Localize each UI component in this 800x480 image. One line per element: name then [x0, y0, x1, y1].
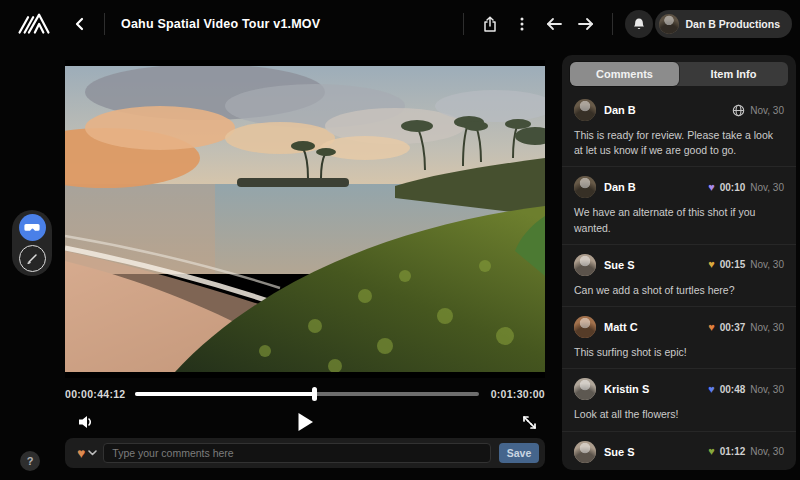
comment-input[interactable]: [103, 443, 491, 463]
comment-item[interactable]: Dan B Nov, 30 This is ready for review. …: [562, 90, 796, 167]
comment-item[interactable]: Matt C ♥ 00:37 Nov, 30 This surfing shot…: [562, 307, 796, 369]
next-item-arrow-icon[interactable]: [572, 10, 600, 38]
comment-item[interactable]: Sue S ♥ 01:12 Nov, 30 We should end on t…: [562, 432, 796, 470]
save-button[interactable]: Save: [499, 443, 539, 463]
chevron-down-icon: [88, 450, 97, 456]
more-menu-icon[interactable]: [508, 10, 536, 38]
commenter-avatar: [574, 316, 596, 338]
sidebar-tabs: Comments Item Info: [570, 62, 788, 86]
emoji-picker-button[interactable]: ♥: [77, 446, 103, 460]
video-frame[interactable]: [65, 60, 545, 378]
comment-text: This is ready for review. Please take a …: [574, 128, 784, 158]
heart-reaction-icon: ♥: [708, 446, 715, 457]
playhead-handle[interactable]: [312, 387, 317, 401]
share-icon[interactable]: [476, 10, 504, 38]
divider: [463, 13, 464, 35]
tab-comments[interactable]: Comments: [570, 62, 679, 86]
comment-date: Nov, 30: [750, 182, 784, 193]
duration-timecode: 0:01:30:00: [487, 388, 545, 400]
heart-emoji-icon: ♥: [77, 446, 85, 460]
comment-timecode[interactable]: 00:48: [720, 384, 746, 395]
comment-composer: ♥ Save: [65, 438, 545, 468]
commenter-avatar: [574, 378, 596, 400]
seek-bar[interactable]: [135, 392, 479, 396]
comment-date: Nov, 30: [750, 446, 784, 457]
comment-timecode[interactable]: 00:10: [720, 182, 746, 193]
comment-date: Nov, 30: [750, 259, 784, 270]
comment-text: Look at all the flowers!: [574, 407, 784, 422]
help-button[interactable]: ?: [20, 451, 40, 471]
seek-bar-progress: [135, 392, 314, 396]
video-content: [65, 66, 545, 372]
comment-timecode[interactable]: 00:37: [720, 322, 746, 333]
account-name: Dan B Productions: [685, 18, 780, 30]
account-avatar: [659, 14, 679, 34]
tab-item-info[interactable]: Item Info: [679, 62, 788, 86]
divider: [612, 13, 613, 35]
comment-timecode[interactable]: 01:12: [720, 446, 746, 457]
account-menu[interactable]: Dan B Productions: [655, 10, 792, 38]
heart-reaction-icon: ♥: [708, 384, 715, 395]
app-window: Oahu Spatial Video Tour v1.MOV: [0, 0, 800, 480]
comment-date: Nov, 30: [750, 384, 784, 395]
player-controls: [65, 408, 545, 436]
fullscreen-icon[interactable]: [517, 411, 541, 433]
tool-rail: [12, 210, 52, 276]
annotation-pen-icon[interactable]: [19, 245, 46, 272]
volume-icon[interactable]: [73, 410, 99, 434]
commenter-avatar: [574, 99, 596, 121]
top-bar: Oahu Spatial Video Tour v1.MOV: [0, 0, 800, 48]
comment-item[interactable]: Kristin S ♥ 00:48 Nov, 30 Look at all th…: [562, 369, 796, 431]
timeline-row: 00:00:44:12 0:01:30:00: [65, 386, 545, 402]
commenter-name: Kristin S: [604, 383, 708, 395]
commenter-avatar: [574, 441, 596, 463]
globe-icon: [732, 104, 745, 117]
heart-reaction-icon: ♥: [708, 259, 715, 270]
prev-item-arrow-icon[interactable]: [540, 10, 568, 38]
comment-timecode[interactable]: 00:15: [720, 259, 746, 270]
commenter-name: Sue S: [604, 446, 708, 458]
comment-item[interactable]: Dan B ♥ 00:10 Nov, 30 We have an alterna…: [562, 167, 796, 244]
comment-date: Nov, 30: [750, 322, 784, 333]
comments-sidebar: Comments Item Info Dan B Nov, 30 This is…: [562, 55, 796, 470]
back-button[interactable]: [66, 10, 94, 38]
commenter-name: Dan B: [604, 181, 708, 193]
commenter-name: Sue S: [604, 259, 708, 271]
comment-text: This surfing shot is epic!: [574, 345, 784, 360]
commenter-name: Matt C: [604, 321, 708, 333]
heart-reaction-icon: ♥: [708, 322, 715, 333]
commenter-avatar: [574, 254, 596, 276]
divider: [104, 13, 105, 35]
commenter-name: Dan B: [604, 104, 732, 116]
commenter-avatar: [574, 176, 596, 198]
top-bar-actions: Dan B Productions: [453, 10, 800, 38]
file-title: Oahu Spatial Video Tour v1.MOV: [121, 17, 320, 31]
current-timecode: 00:00:44:12: [65, 388, 127, 400]
app-logo-icon[interactable]: [14, 9, 54, 39]
comment-text: Can we add a shot of turtles here?: [574, 283, 784, 298]
comment-text: We have an alternate of this shot if you…: [574, 205, 784, 235]
notifications-bell-icon[interactable]: [625, 10, 653, 38]
comment-date: Nov, 30: [750, 105, 784, 116]
spatial-headset-icon[interactable]: [19, 214, 46, 241]
play-button[interactable]: [290, 408, 320, 436]
comment-item[interactable]: Sue S ♥ 00:15 Nov, 30 Can we add a shot …: [562, 245, 796, 307]
heart-reaction-icon: ♥: [708, 182, 715, 193]
